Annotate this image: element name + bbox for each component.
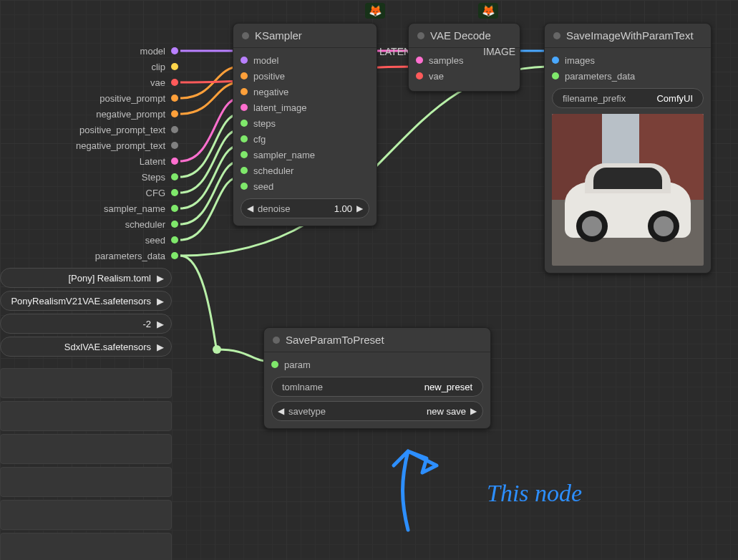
output-port[interactable] <box>171 189 178 196</box>
collapse-dot-icon[interactable] <box>553 32 560 39</box>
input-images[interactable]: images <box>552 52 704 68</box>
input-model[interactable]: model <box>241 52 369 68</box>
vae-select[interactable]: SdxlVAE.safetensors▶ <box>0 337 172 357</box>
input-param[interactable]: param <box>271 357 483 372</box>
input-port[interactable] <box>241 88 248 95</box>
output-port[interactable] <box>171 142 178 149</box>
output-port[interactable] <box>171 63 178 70</box>
output-vae[interactable]: vae <box>0 74 183 90</box>
output-port[interactable] <box>171 158 178 165</box>
input-seed[interactable]: seed <box>241 178 369 194</box>
collapse-dot-icon[interactable] <box>417 32 424 39</box>
chevron-left-icon[interactable]: ◀ <box>247 203 253 213</box>
input-parameters_data[interactable]: parameters_data <box>552 68 704 84</box>
output-clip[interactable]: clip <box>0 59 183 74</box>
output-port[interactable] <box>171 47 178 54</box>
upstream-node-widgets: [Pony] Realism.toml▶ PonyRealismV21VAE.s… <box>0 268 172 560</box>
input-port[interactable] <box>416 57 423 64</box>
input-port[interactable] <box>552 72 559 79</box>
input-port[interactable] <box>241 57 248 64</box>
output-port[interactable] <box>171 173 178 180</box>
input-port[interactable] <box>271 361 278 368</box>
fox-icon: 🦊 <box>478 3 498 19</box>
output-model[interactable]: model <box>0 43 183 59</box>
chevron-left-icon[interactable]: ◀ <box>278 406 284 416</box>
node-title: KSampler <box>255 29 302 42</box>
numeric-field[interactable]: -2▶ <box>0 314 172 334</box>
output-port[interactable] <box>171 252 178 259</box>
empty-slot <box>0 401 172 431</box>
output-negative_prompt_text[interactable]: negative_prompt_text <box>0 137 183 153</box>
node-title: VAE Decode <box>430 29 491 42</box>
input-negative[interactable]: negative <box>241 84 369 100</box>
input-sampler_name[interactable]: sampler_name <box>241 147 369 163</box>
output-positive_prompt[interactable]: positive_prompt <box>0 90 183 106</box>
checkpoint-select[interactable]: PonyRealismV21VAE.safetensors▶ <box>0 291 172 311</box>
input-port[interactable] <box>241 135 248 143</box>
empty-slot <box>0 434 172 464</box>
output-port[interactable] <box>171 221 178 228</box>
chevron-right-icon[interactable]: ▶ <box>470 406 477 416</box>
chevron-right-icon[interactable]: ▶ <box>356 203 363 213</box>
input-port[interactable] <box>241 72 248 79</box>
denoise-widget[interactable]: ◀ denoise 1.00 ▶ <box>241 198 369 218</box>
empty-slot <box>0 368 172 398</box>
input-vae[interactable]: vae <box>416 68 513 84</box>
input-steps[interactable]: steps <box>241 115 369 131</box>
node-header[interactable]: SaveParamToPreset <box>264 328 490 352</box>
output-positive_prompt_text[interactable]: positive_prompt_text <box>0 122 183 137</box>
chevron-right-icon: ▶ <box>157 296 164 306</box>
output-sampler_name[interactable]: sampler_name <box>0 201 183 216</box>
node-header[interactable]: VAE Decode <box>409 24 520 48</box>
input-port[interactable] <box>416 72 423 79</box>
collapse-dot-icon[interactable] <box>273 337 280 344</box>
output-port[interactable] <box>171 236 178 243</box>
input-port[interactable] <box>241 183 248 190</box>
output-port[interactable] <box>171 205 178 212</box>
input-latent_image[interactable]: latent_image <box>241 100 369 115</box>
tomlname-widget[interactable]: tomlname new_preset <box>271 377 483 397</box>
input-positive[interactable]: positive <box>241 68 369 84</box>
output-port[interactable] <box>171 95 178 102</box>
empty-slot <box>0 500 172 530</box>
node-graph-canvas[interactable]: { "fox_emoji": "🦊", "left_panel": { "out… <box>0 0 738 560</box>
input-port[interactable] <box>552 57 559 64</box>
fox-icon: 🦊 <box>365 3 385 19</box>
annotation-text: This node <box>487 480 582 507</box>
output-Steps[interactable]: Steps <box>0 169 183 185</box>
output-port[interactable] <box>171 79 178 86</box>
ksampler-node[interactable]: KSampler modelpositivenegativelatent_ima… <box>233 23 377 226</box>
output-Latent[interactable]: Latent <box>0 153 183 169</box>
upstream-node-outputs: modelclipvaepositive_promptnegative_prom… <box>0 43 183 264</box>
input-port[interactable] <box>241 167 248 174</box>
output-image-preview[interactable] <box>552 114 704 266</box>
collapse-dot-icon[interactable] <box>242 32 249 39</box>
filename-prefix-widget[interactable]: filename_prefix ComfyUI <box>552 88 704 108</box>
annotation-arrow-icon <box>358 415 487 544</box>
input-port[interactable] <box>241 120 248 127</box>
input-port[interactable] <box>241 104 248 111</box>
input-port[interactable] <box>241 151 248 158</box>
output-port[interactable] <box>171 110 178 117</box>
output-seed[interactable]: seed <box>0 232 183 248</box>
preset-select[interactable]: [Pony] Realism.toml▶ <box>0 268 172 288</box>
save-param-to-preset-node[interactable]: SaveParamToPreset param tomlname new_pre… <box>263 327 491 429</box>
chevron-right-icon: ▶ <box>157 342 164 352</box>
input-scheduler[interactable]: scheduler <box>241 163 369 178</box>
node-title: SaveImageWithParamText <box>566 29 694 42</box>
empty-slot <box>0 533 172 560</box>
output-negative_prompt[interactable]: negative_prompt <box>0 106 183 122</box>
node-header[interactable]: SaveImageWithParamText <box>545 24 711 48</box>
vae-decode-node[interactable]: VAE Decode samplesvae <box>408 23 520 92</box>
save-image-node[interactable]: SaveImageWithParamText imagesparameters_… <box>544 23 712 274</box>
output-port[interactable] <box>171 126 178 133</box>
chevron-right-icon: ▶ <box>157 319 164 329</box>
output-scheduler[interactable]: scheduler <box>0 216 183 232</box>
node-title: SaveParamToPreset <box>286 334 384 346</box>
svg-point-0 <box>213 345 221 354</box>
output-CFG[interactable]: CFG <box>0 185 183 201</box>
node-header[interactable]: KSampler <box>233 24 377 48</box>
input-cfg[interactable]: cfg <box>241 131 369 147</box>
vae-output-label: IMAGE <box>483 46 515 57</box>
output-parameters_data[interactable]: parameters_data <box>0 248 183 264</box>
